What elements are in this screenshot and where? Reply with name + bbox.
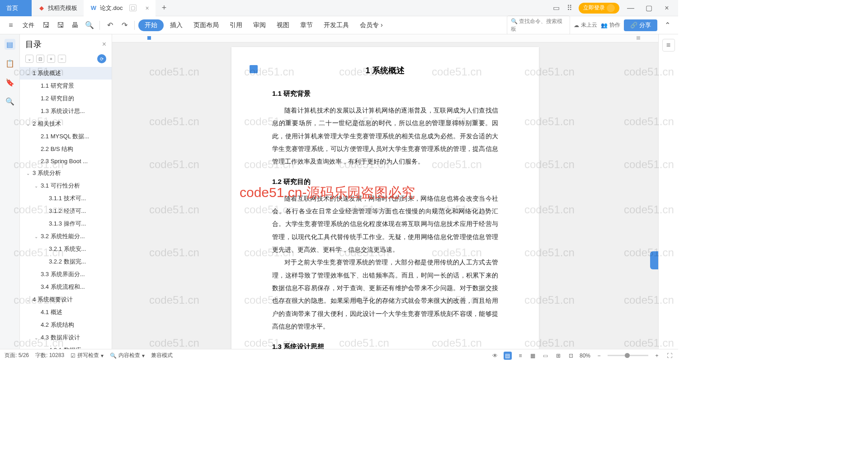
outline-item[interactable]: ⌄3.1 可行性分析 xyxy=(20,179,112,192)
more-icon[interactable]: ⊡ xyxy=(567,352,575,360)
outline-item[interactable]: 3.3 系统界面分... xyxy=(20,268,112,281)
paragraph: 随着互联网技术的快速发展，网络时代的到来，网络信息也将会改变当今社会。各行各业在… xyxy=(272,193,498,257)
outline-item[interactable]: ⌄3 系统分析 xyxy=(20,167,112,179)
right-rail: ≡ xyxy=(658,34,678,349)
collapse-all-button[interactable]: ⌄ xyxy=(25,55,33,63)
print-icon[interactable]: 🖶 xyxy=(69,19,81,32)
outline-item[interactable]: ⌄1 系统概述 xyxy=(20,67,112,80)
page-indicator[interactable]: 页面: 5/26 xyxy=(5,352,29,359)
heading-2: 1.2 研究目的 xyxy=(272,178,498,186)
eye-icon[interactable]: 👁 xyxy=(491,352,499,360)
compat-mode[interactable]: 兼容模式 xyxy=(151,352,173,359)
remove-button[interactable]: − xyxy=(58,55,66,63)
minimize-button[interactable]: — xyxy=(624,4,637,12)
layout-icon[interactable]: ▭ xyxy=(552,4,561,13)
document-area: 1 系统概述 1.1 研究背景 随着计算机技术的发展以及计算机网络的逐渐普及，互… xyxy=(112,34,658,349)
ruler[interactable] xyxy=(112,34,658,42)
heading-1: 1 系统概述 xyxy=(272,65,498,76)
outline-item[interactable]: 3.1.3 操作可... xyxy=(20,217,112,230)
outline-item[interactable]: 1.3 系统设计思... xyxy=(20,105,112,118)
save-icon[interactable]: 🖫 xyxy=(40,19,52,32)
tab-template[interactable]: ◆找稻壳模板 xyxy=(32,0,84,16)
zoom-level[interactable]: 80% xyxy=(580,353,590,359)
chevron-up-icon[interactable]: ⌃ xyxy=(661,19,674,32)
outline-item[interactable]: 4.2 系统结构 xyxy=(20,319,112,331)
outline-panel: 目录 × ⌄ ⊡ + − ⟳ ⌄1 系统概述1.1 研究背景1.2 研究目的1.… xyxy=(20,34,112,349)
undo-icon[interactable]: ↶ xyxy=(104,19,116,32)
title-bar: 首页 ◆找稻壳模板 W论文.doc▢× + ▭ ⠿ 立即登录 — ▢ × xyxy=(0,0,678,16)
outline-item[interactable]: 3.2.1 系统安... xyxy=(20,243,112,255)
save-as-icon[interactable]: 🖫 xyxy=(54,19,67,32)
outline-item[interactable]: 2.3 Spring Boot ... xyxy=(20,155,112,167)
tab-member[interactable]: 会员专 › xyxy=(355,19,387,31)
word-icon: W xyxy=(90,5,97,12)
tab-insert[interactable]: 插入 xyxy=(165,19,187,31)
heading-2: 1.3 系统设计思想 xyxy=(272,343,498,349)
menu-icon[interactable]: ≡ xyxy=(5,19,17,32)
tab-document[interactable]: W论文.doc▢× xyxy=(84,0,156,16)
command-search[interactable]: 🔍 查找命令、搜索模板 xyxy=(507,15,570,35)
clipboard-rail-icon[interactable]: 📋 xyxy=(5,58,15,69)
outline-item[interactable]: 3.1.2 经济可... xyxy=(20,205,112,217)
paragraph: 随着计算机技术的发展以及计算机网络的逐渐普及，互联网成为人们查找信息的重要场所，… xyxy=(272,104,498,169)
tab-home[interactable]: 首页 xyxy=(0,0,32,16)
outline-item[interactable]: 3.2.2 数据完... xyxy=(20,255,112,268)
close-window-button[interactable]: × xyxy=(660,4,674,12)
file-menu[interactable]: 文件 xyxy=(19,21,38,29)
web-view-icon[interactable]: ▦ xyxy=(529,352,537,360)
apps-icon[interactable]: ⠿ xyxy=(565,4,574,13)
page[interactable]: 1 系统概述 1.1 研究背景 随着计算机技术的发展以及计算机网络的逐渐普及，互… xyxy=(231,47,539,349)
sync-badge[interactable]: ⟳ xyxy=(97,54,106,63)
outline-item[interactable]: 3.4 系统流程和... xyxy=(20,281,112,293)
add-button[interactable]: + xyxy=(47,55,55,63)
outline-item[interactable]: 3.1.1 技术可... xyxy=(20,192,112,205)
tab-view[interactable]: 视图 xyxy=(272,19,294,31)
section-icon xyxy=(250,65,258,73)
expand-button[interactable]: ⊡ xyxy=(36,55,44,63)
styles-icon[interactable]: ≡ xyxy=(662,39,675,52)
tab-review[interactable]: 审阅 xyxy=(249,19,270,31)
outline-item[interactable]: 4.3.1 数据库 xyxy=(20,344,112,349)
redo-icon[interactable]: ↷ xyxy=(118,19,131,32)
zoom-in-button[interactable]: + xyxy=(653,352,661,360)
outline-item[interactable]: 4.1 概述 xyxy=(20,306,112,319)
read-view-icon[interactable]: ▭ xyxy=(542,352,550,360)
content-check[interactable]: 🔍 内容检查 ▾ xyxy=(110,352,145,359)
new-tab-button[interactable]: + xyxy=(156,3,173,13)
tab-dev[interactable]: 开发工具 xyxy=(319,19,354,31)
outline-rail-icon[interactable]: ▤ xyxy=(5,39,15,50)
grid-icon[interactable]: ⊞ xyxy=(554,352,562,360)
outline-item[interactable]: 1.1 研究背景 xyxy=(20,80,112,92)
preview-icon[interactable]: 🔍 xyxy=(83,19,96,32)
duplicate-icon[interactable]: ▢ xyxy=(129,5,137,11)
cloud-status[interactable]: ☁ 未上云 xyxy=(574,21,597,29)
collab-button[interactable]: 👥 协作 xyxy=(601,21,620,29)
outline-item[interactable]: ⌄4.3 数据库设计 xyxy=(20,331,112,344)
word-count[interactable]: 字数: 10283 xyxy=(35,352,64,359)
outline-item[interactable]: 1.2 研究目的 xyxy=(20,92,112,105)
outline-item[interactable]: 2.2 B/S 结构 xyxy=(20,143,112,155)
search-rail-icon[interactable]: 🔍 xyxy=(5,96,15,107)
outline-close-icon[interactable]: × xyxy=(102,40,106,48)
login-button[interactable]: 立即登录 xyxy=(579,3,619,14)
ribbon: ≡ 文件 🖫 🖫 🖶 🔍 ↶ ↷ 开始 插入 页面布局 引用 审阅 视图 章节 … xyxy=(0,16,678,34)
tab-start[interactable]: 开始 xyxy=(138,19,164,31)
outline-view-icon[interactable]: ≡ xyxy=(516,352,524,360)
zoom-slider[interactable] xyxy=(608,355,648,356)
outline-item[interactable]: 2.1 MYSQL 数据... xyxy=(20,130,112,143)
tab-layout[interactable]: 页面布局 xyxy=(189,19,223,31)
zoom-out-button[interactable]: − xyxy=(595,352,603,360)
bookmark-rail-icon[interactable]: 🔖 xyxy=(5,77,15,88)
tab-ref[interactable]: 引用 xyxy=(225,19,247,31)
outline-item[interactable]: ⌄3.2 系统性能分... xyxy=(20,230,112,243)
tab-chapter[interactable]: 章节 xyxy=(296,19,317,31)
spellcheck-toggle[interactable]: ☑ 拼写检查 ▾ xyxy=(71,352,104,359)
page-view-icon[interactable]: ▤ xyxy=(504,352,512,360)
close-icon[interactable]: × xyxy=(146,5,149,12)
maximize-button[interactable]: ▢ xyxy=(642,4,656,12)
outline-item[interactable]: ⌄4 系统概要设计 xyxy=(20,293,112,306)
share-button[interactable]: 🔗 分享 xyxy=(624,19,657,31)
feedback-tab[interactable] xyxy=(650,251,658,269)
outline-item[interactable]: ⌄2 相关技术 xyxy=(20,118,112,130)
fullscreen-icon[interactable]: ⛶ xyxy=(665,352,674,360)
